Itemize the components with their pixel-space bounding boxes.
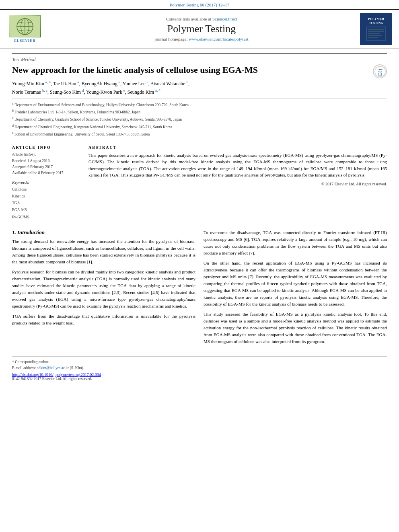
abstract-text: This paper describes a new approach for … — [88, 152, 387, 179]
elsevier-label: ELSEVIER — [14, 39, 36, 43]
article-dates: Received 1 August 2016 Accepted 6 Februa… — [12, 158, 80, 177]
available-date: Available online 8 February 2017 — [12, 170, 80, 176]
corresponding-author-label: * Corresponding author. — [12, 360, 49, 364]
footer-section: * Corresponding author. E-mail address: … — [12, 356, 387, 381]
journal-logo-box: POLYMER TESTING — [358, 13, 394, 45]
affiliation-d: d Department of Chemical Engineering, Ka… — [12, 123, 387, 130]
journal-name: Polymer Testing — [45, 23, 358, 35]
doi-link[interactable]: http://dx.doi.org/10.1016/j.polymertesti… — [12, 372, 101, 377]
svg-text:Mark: Mark — [377, 71, 382, 73]
body-paragraph-5: On the other hand, the recent applicatio… — [204, 260, 387, 308]
body-paragraph-3: TGA suffers from the disadvantage that q… — [12, 313, 195, 327]
journal-reference: Polymer Testing 60 (2017) 12–17 — [0, 0, 399, 9]
keywords-list: Cellulose Kinetics TGA EGA-MS Py-GC/MS — [12, 186, 80, 220]
section-1-heading: 1. Introduction — [12, 229, 195, 236]
science-direct-text: Contents lists available at ScienceDirec… — [45, 16, 358, 21]
body-columns: 1. Introduction The strong demand for re… — [12, 229, 387, 349]
affiliation-c: c Department of Chemistry, Graduate Scho… — [12, 116, 387, 122]
footnote-corresponding: * Corresponding author. E-mail address: … — [12, 359, 387, 371]
affiliation-a: a Department of Environmental Sciences a… — [12, 101, 387, 108]
svg-text:✓: ✓ — [379, 74, 380, 76]
received-date: Received 1 August 2016 — [12, 158, 80, 164]
affiliations: a Department of Environmental Sciences a… — [12, 99, 387, 138]
homepage-link[interactable]: www.elsevier.com/locate/polytest — [189, 37, 248, 41]
authors-line: Young-Min Kim a, b, Tae Uk Han a, Byeong… — [12, 80, 387, 87]
article-info: ARTICLE INFO Article history: Received 1… — [12, 145, 80, 221]
svg-rect-5 — [366, 27, 386, 40]
keywords-section: Keywords: Cellulose Kinetics TGA EGA-MS … — [12, 180, 80, 220]
journal-ref-text: Polymer Testing 60 (2017) 12–17 — [170, 2, 229, 7]
section-label: Test Method — [12, 53, 387, 63]
affiliation-e: e School of Environmental Engineering, U… — [12, 131, 387, 137]
main-content: 1. Introduction The strong demand for re… — [0, 225, 399, 353]
email-label: E-mail address: — [12, 366, 36, 370]
article-title: New approach for the kinetic analysis of… — [12, 64, 369, 76]
doi-line: http://dx.doi.org/10.1016/j.polymertesti… — [12, 372, 387, 377]
body-paragraph-2: Pyrolysis research for biomass can be di… — [12, 269, 195, 310]
journal-homepage: journal homepage: www.elsevier.com/locat… — [45, 37, 358, 41]
body-paragraph-4: To overcome the disadvantage, TGA was co… — [204, 229, 387, 257]
elsevier-logo-image — [9, 15, 41, 37]
affiliation-b: b Frontier Laboratories Ltd, 1-8-14, Sai… — [12, 109, 387, 115]
science-direct-link[interactable]: ScienceDirect — [212, 16, 237, 21]
authors-line-2: Norio Teramae b, c, Seung-Soo Kim d, You… — [12, 88, 387, 95]
body-paragraph-1: The strong demand for renewable energy h… — [12, 238, 195, 265]
keyword-5: Py-GC/MS — [12, 214, 80, 221]
keyword-3: TGA — [12, 200, 80, 207]
svg-text:Cross: Cross — [377, 68, 382, 70]
keywords-label: Keywords: — [12, 180, 80, 185]
abstract-heading: ABSTRACT — [88, 145, 387, 150]
keyword-2: Kinetics — [12, 193, 80, 200]
crossmark-badge: Cross Mark ✓ — [373, 64, 387, 78]
polymer-testing-badge: POLYMER TESTING — [360, 13, 392, 45]
keyword-1: Cellulose — [12, 186, 80, 193]
copyright-line: © 2017 Elsevier Ltd. All rights reserved… — [88, 182, 387, 186]
accepted-date: Accepted 6 February 2017 — [12, 164, 80, 170]
journal-header: ELSEVIER Contents lists available at Sci… — [0, 9, 399, 49]
journal-center: Contents lists available at ScienceDirec… — [45, 16, 358, 41]
keyword-4: EGA-MS — [12, 207, 80, 214]
abstract-section: ABSTRACT This paper describes a new appr… — [88, 145, 387, 221]
issn-line: 0142-9418/© 2017 Elsevier Ltd. All right… — [12, 377, 387, 381]
article-info-heading: ARTICLE INFO — [12, 145, 80, 150]
body-paragraph-6: This study assessed the feasibility of E… — [204, 311, 387, 345]
article-history-label: Article history: — [12, 152, 80, 156]
crossmark: Cross Mark ✓ — [373, 64, 387, 78]
elsevier-logo: ELSEVIER — [5, 15, 45, 43]
email-link[interactable]: sdkim@hallym.ac.kr — [37, 366, 69, 370]
email-suffix: (S. Kim). — [70, 366, 84, 370]
body-left-column: 1. Introduction The strong demand for re… — [12, 229, 195, 349]
article-section: Test Method New approach for the kinetic… — [0, 49, 399, 138]
info-abstract-section: ARTICLE INFO Article history: Received 1… — [0, 141, 399, 225]
body-right-column: To overcome the disadvantage, TGA was co… — [204, 229, 387, 349]
